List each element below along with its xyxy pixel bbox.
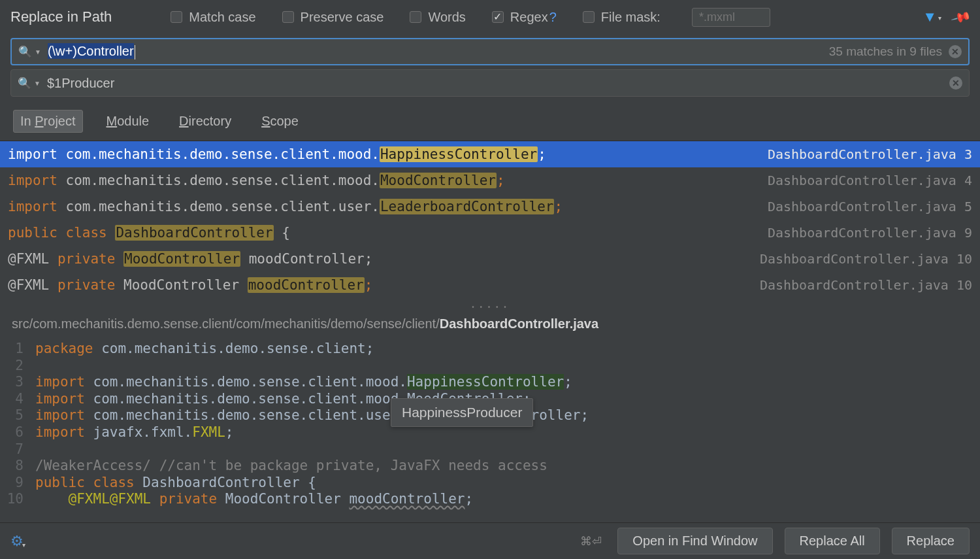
editor-line: 9public class DashboardController { — [0, 475, 980, 492]
editor-line: 1package com.mechanitis.demo.sense.clien… — [0, 341, 980, 358]
scope-tabs: In Project Module Directory Scope — [0, 101, 980, 141]
file-path: src/com.mechanitis.demo.sense.client/com… — [0, 310, 980, 338]
words-checkbox[interactable]: Words — [410, 10, 465, 25]
replacement-tooltip: HappinessProducer — [391, 398, 533, 427]
match-count: 35 matches in 9 files — [829, 44, 942, 59]
result-location: DashboardController.java 10 — [752, 251, 972, 267]
result-location: DashboardController.java 9 — [760, 225, 972, 241]
dropdown-icon[interactable]: ▼ — [34, 80, 41, 87]
editor-line: 10 @FXML@FXML private MoodController moo… — [0, 491, 980, 508]
words-label: Words — [428, 10, 465, 25]
checkbox-icon — [282, 11, 294, 23]
checkbox-icon — [410, 11, 421, 23]
preserve-case-label: Preserve case — [301, 10, 384, 25]
result-row[interactable]: import com.mechanitis.demo.sense.client.… — [0, 194, 980, 220]
result-row[interactable]: @FXML private MoodController moodControl… — [0, 246, 980, 272]
dropdown-icon[interactable]: ▼ — [35, 48, 41, 56]
editor-line: 3import com.mechanitis.demo.sense.client… — [0, 374, 980, 391]
result-row[interactable]: import com.mechanitis.demo.sense.client.… — [0, 167, 980, 194]
result-row[interactable]: public class DashboardController {Dashbo… — [0, 220, 980, 246]
checkbox-icon — [583, 11, 595, 23]
scope-in-project[interactable]: In Project — [13, 110, 83, 133]
regex-label: Regex — [510, 10, 548, 25]
editor-line: 6import javafx.fxml.FXML; — [0, 424, 980, 441]
replace-all-button[interactable]: Replace All — [785, 528, 880, 554]
shortcut-hint: ⌘⏎ — [580, 534, 602, 549]
footer: ⚙▾ ⌘⏎ Open in Find Window Replace All Re… — [0, 522, 980, 559]
replace-field[interactable]: 🔍▼ $1Producer ✕ — [10, 69, 970, 97]
scope-scope[interactable]: Scope — [255, 110, 305, 132]
scope-module[interactable]: Module — [100, 110, 156, 132]
search-icon: 🔍 — [18, 76, 31, 90]
match-case-label: Match case — [189, 10, 255, 25]
result-location: DashboardController.java 4 — [760, 173, 972, 188]
dialog-header: Replace in Path Match case Preserve case… — [0, 0, 980, 34]
editor-line: 2 — [0, 358, 980, 375]
result-row[interactable]: import com.mechanitis.demo.sense.client.… — [0, 141, 980, 167]
dialog-title: Replace in Path — [10, 8, 112, 25]
preview-editor[interactable]: HappinessProducer 1package com.mechaniti… — [0, 338, 980, 508]
replace-value: $1Producer — [47, 76, 114, 91]
file-mask-input[interactable] — [692, 8, 770, 27]
result-location: DashboardController.java 5 — [760, 199, 972, 214]
replace-button[interactable]: Replace — [892, 528, 970, 554]
results-list: import com.mechanitis.demo.sense.client.… — [0, 141, 980, 306]
clear-icon[interactable]: ✕ — [949, 45, 962, 58]
regex-help-link[interactable]: ? — [549, 10, 557, 25]
result-row[interactable]: @FXML private MoodController moodControl… — [0, 272, 980, 298]
search-icon: 🔍 — [18, 45, 32, 59]
pin-icon[interactable]: 📌 — [951, 6, 973, 27]
filter-icon[interactable]: ▼ — [923, 8, 940, 25]
regex-checkbox[interactable]: Regex? — [492, 10, 557, 25]
checkbox-checked-icon — [492, 11, 504, 23]
open-find-window-button[interactable]: Open in Find Window — [617, 528, 772, 554]
file-mask-label: File mask: — [601, 10, 661, 25]
settings-icon[interactable]: ⚙ — [10, 533, 24, 550]
editor-line: 8/WeakerAccess/ //can't be package priva… — [0, 458, 980, 475]
editor-line: 7 — [0, 441, 980, 458]
search-value: (\w+)Controller — [48, 44, 135, 59]
scope-directory[interactable]: Directory — [172, 110, 238, 132]
search-field[interactable]: 🔍▼ (\w+)Controller 35 matches in 9 files… — [10, 38, 970, 65]
result-location: DashboardController.java 3 — [760, 146, 972, 162]
checkbox-icon — [171, 11, 182, 23]
result-location: DashboardController.java 10 — [752, 277, 972, 293]
file-mask-checkbox[interactable]: File mask: — [583, 10, 661, 25]
match-case-checkbox[interactable]: Match case — [171, 10, 255, 25]
clear-icon[interactable]: ✕ — [949, 76, 962, 90]
preserve-case-checkbox[interactable]: Preserve case — [282, 10, 384, 25]
